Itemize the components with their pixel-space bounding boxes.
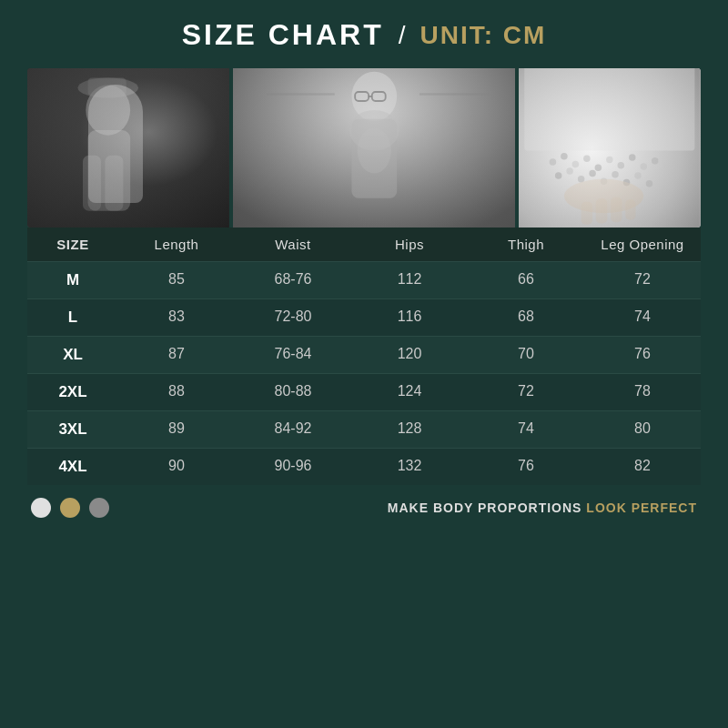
title-divider: / <box>399 21 406 50</box>
svg-point-30 <box>641 163 647 169</box>
dot-white <box>31 498 51 518</box>
svg-rect-14 <box>351 119 397 198</box>
td-size: 3XL <box>27 420 118 439</box>
td-leg-opening: 80 <box>584 420 701 439</box>
td-size: 4XL <box>27 458 118 476</box>
td-length: 90 <box>118 458 235 476</box>
svg-rect-12 <box>372 92 386 101</box>
table-row: XL8776-841207076 <box>27 336 701 373</box>
td-length: 83 <box>118 308 235 327</box>
td-hips: 132 <box>351 458 468 476</box>
svg-rect-20 <box>519 68 701 228</box>
td-thigh: 70 <box>468 346 584 364</box>
svg-rect-8 <box>233 68 516 228</box>
image-panel-center <box>233 68 516 228</box>
td-leg-opening: 82 <box>584 458 701 476</box>
td-waist: 90-96 <box>235 458 351 476</box>
td-size: 2XL <box>27 383 118 401</box>
svg-point-27 <box>606 157 612 163</box>
svg-point-32 <box>555 172 561 178</box>
td-length: 88 <box>118 383 235 401</box>
td-leg-opening: 72 <box>584 271 701 289</box>
svg-point-15 <box>349 110 399 151</box>
svg-point-26 <box>595 165 602 171</box>
svg-point-16 <box>357 128 390 174</box>
svg-point-24 <box>572 161 579 167</box>
td-size: M <box>27 271 118 289</box>
td-waist: 84-92 <box>235 420 351 439</box>
td-leg-opening: 76 <box>584 346 701 364</box>
svg-rect-19 <box>519 68 701 228</box>
td-thigh: 76 <box>468 458 584 476</box>
title-unit: UNIT: CM <box>420 21 546 50</box>
svg-point-40 <box>646 180 652 187</box>
table-row: 2XL8880-881247278 <box>27 373 701 410</box>
td-hips: 120 <box>351 346 468 364</box>
table-row: L8372-801166874 <box>27 298 701 336</box>
svg-point-35 <box>590 170 596 177</box>
page-wrapper: SIZE CHART / UNIT: CM <box>0 0 728 728</box>
image-panel-right: AL LUXURIQUE RD <box>519 68 701 228</box>
svg-point-36 <box>601 178 607 185</box>
title-row: SIZE CHART / UNIT: CM <box>182 18 547 52</box>
td-thigh: 68 <box>468 308 584 327</box>
td-size: L <box>27 308 118 327</box>
td-hips: 116 <box>351 308 468 327</box>
svg-point-28 <box>618 162 624 168</box>
td-waist: 72-80 <box>235 308 351 327</box>
title-size-chart: SIZE CHART <box>182 18 384 52</box>
td-thigh: 74 <box>468 420 584 439</box>
td-thigh: 66 <box>468 271 584 289</box>
image-strip: AL LUXURIQUE RD <box>27 68 701 228</box>
image-panel-left <box>27 68 229 228</box>
svg-rect-44 <box>611 197 622 222</box>
table-row: 4XL9090-961327682 <box>27 448 701 485</box>
td-hips: 128 <box>351 420 468 439</box>
td-length: 85 <box>118 271 235 289</box>
dot-dark <box>89 498 109 518</box>
header-leg-opening: Leg Opening <box>584 237 701 252</box>
td-size: XL <box>27 346 118 364</box>
td-thigh: 72 <box>468 383 584 401</box>
svg-rect-45 <box>626 199 636 219</box>
tagline-accent: LOOK PERFECT <box>586 500 697 515</box>
td-hips: 124 <box>351 383 468 401</box>
td-leg-opening: 74 <box>584 308 701 327</box>
footer-dots <box>31 498 109 518</box>
svg-point-31 <box>652 157 658 164</box>
header-thigh: Thigh <box>468 237 584 252</box>
svg-rect-21 <box>525 68 695 151</box>
svg-point-23 <box>561 153 568 159</box>
header-size: SIZE <box>27 237 118 252</box>
svg-point-25 <box>583 156 590 162</box>
table-header: SIZE Length Waist Hips Thigh Leg Opening <box>27 228 701 261</box>
table-row: M8568-761126672 <box>27 261 701 298</box>
td-leg-opening: 78 <box>584 383 701 401</box>
size-table: SIZE Length Waist Hips Thigh Leg Opening… <box>27 228 701 485</box>
svg-point-33 <box>567 167 573 174</box>
svg-point-10 <box>351 72 397 122</box>
td-waist: 68-76 <box>235 271 351 289</box>
td-hips: 112 <box>351 271 468 289</box>
svg-rect-42 <box>581 202 592 225</box>
footer-tagline: MAKE BODY PROPORTIONS LOOK PERFECT <box>388 500 697 515</box>
table-body: M8568-761126672L8372-801166874XL8776-841… <box>27 261 701 485</box>
header-hips: Hips <box>351 237 468 252</box>
svg-rect-11 <box>355 92 369 101</box>
header-length: Length <box>118 237 235 252</box>
td-length: 87 <box>118 346 235 364</box>
footer-row: MAKE BODY PROPORTIONS LOOK PERFECT <box>27 498 701 518</box>
header-waist: Waist <box>235 237 351 252</box>
svg-point-38 <box>623 179 630 186</box>
svg-point-37 <box>612 171 619 177</box>
svg-point-22 <box>550 158 556 165</box>
dot-gold <box>60 498 80 518</box>
td-waist: 80-88 <box>235 383 351 401</box>
svg-rect-9 <box>233 68 516 228</box>
td-waist: 76-84 <box>235 346 351 364</box>
svg-point-29 <box>629 154 635 160</box>
svg-point-39 <box>635 172 642 178</box>
table-row: 3XL8984-921287480 <box>27 410 701 448</box>
svg-point-34 <box>578 176 584 182</box>
svg-point-41 <box>564 179 643 213</box>
